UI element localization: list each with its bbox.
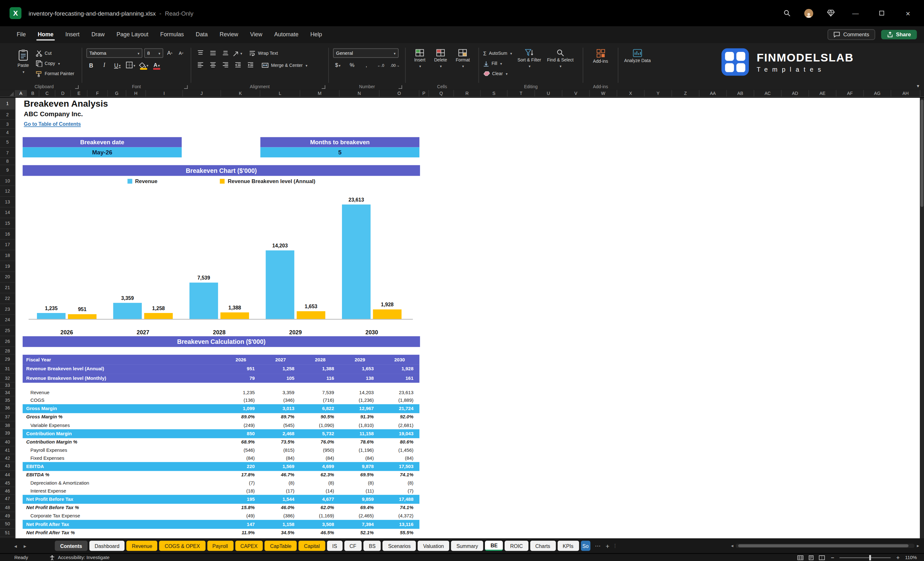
horizontal-scrollbar[interactable]: ◂ ▸: [731, 543, 919, 549]
calc-row-label[interactable]: Variable Expenses: [22, 423, 221, 428]
row-header-50[interactable]: 50: [0, 520, 15, 528]
column-header-m[interactable]: M: [300, 90, 339, 97]
chart-banner[interactable]: Breakeven Chart ($'000): [22, 165, 420, 176]
calc-row-label[interactable]: Payroll Expenses: [22, 448, 221, 453]
sheet-tab-bs[interactable]: BS: [364, 541, 381, 551]
calc-cell[interactable]: (4,372): [380, 513, 420, 519]
align-left-button[interactable]: [195, 60, 205, 70]
calc-cell[interactable]: 220: [221, 464, 261, 469]
calc-cell[interactable]: (8): [261, 480, 301, 486]
sheet-tab-contents[interactable]: Contents: [55, 541, 87, 551]
calc-cell[interactable]: (11): [340, 488, 380, 494]
calc-cell[interactable]: (136): [221, 398, 261, 403]
share-button[interactable]: Share: [881, 30, 916, 39]
row-header-49[interactable]: 49: [0, 512, 15, 520]
calc-row-label[interactable]: Fixed Expenses: [22, 456, 221, 461]
borders-button[interactable]: ▾: [126, 60, 135, 70]
calc-cell[interactable]: 9,878: [340, 464, 380, 469]
underline-button[interactable]: U▾: [113, 60, 122, 70]
horizontal-scrollbar-thumb[interactable]: [738, 544, 908, 547]
column-header-ac[interactable]: AC: [754, 90, 782, 97]
autosum-button[interactable]: Σ AutoSum▾: [483, 49, 512, 58]
calc-cell[interactable]: (84): [300, 456, 340, 461]
column-header-i[interactable]: I: [146, 90, 183, 97]
chart-bar-breakeven[interactable]: [68, 314, 96, 319]
calc-cell[interactable]: 4,699: [300, 464, 340, 469]
addins-button[interactable]: Add-ins: [593, 46, 608, 64]
calc-cell[interactable]: 3,359: [261, 390, 301, 396]
menu-tab-draw[interactable]: Draw: [86, 27, 111, 42]
align-right-button[interactable]: [220, 60, 230, 70]
calc-cell[interactable]: (84): [261, 456, 301, 461]
calc-cell[interactable]: (1,810): [340, 423, 380, 428]
row-header-1[interactable]: 1: [0, 98, 15, 110]
menu-tab-page-layout[interactable]: Page Layout: [111, 27, 154, 42]
calc-row-label[interactable]: COGS: [22, 398, 221, 403]
column-header-e[interactable]: E: [71, 90, 87, 97]
accounting-format-button[interactable]: $▾: [333, 60, 343, 70]
row-header-17[interactable]: 17: [0, 240, 15, 250]
column-header-l[interactable]: L: [261, 90, 300, 97]
chart-bar-revenue[interactable]: [189, 282, 218, 319]
calc-cell[interactable]: 19,043: [380, 431, 420, 436]
analyze-data-button[interactable]: Analyze Data: [622, 46, 652, 64]
sheet-tab-revenue[interactable]: Revenue: [126, 541, 157, 551]
column-header-z[interactable]: Z: [672, 90, 699, 97]
wrap-text-button[interactable]: Wrap Text: [249, 49, 278, 58]
calc-cell[interactable]: 195: [221, 496, 261, 502]
column-header-w[interactable]: W: [590, 90, 617, 97]
menu-tab-review[interactable]: Review: [214, 27, 244, 42]
scroll-right-arrow-icon[interactable]: ▸: [917, 543, 920, 549]
menu-tab-view[interactable]: View: [244, 27, 268, 42]
row-header-25[interactable]: 25: [0, 326, 15, 336]
sheet-tab-is[interactable]: IS: [327, 541, 343, 551]
row-header-44[interactable]: 44: [0, 471, 15, 479]
calc-cell[interactable]: 1,099: [221, 406, 261, 411]
calc-row-label[interactable]: Interest Expense: [22, 488, 221, 494]
calc-cell[interactable]: (7): [380, 488, 420, 494]
zoom-level[interactable]: 110%: [905, 555, 916, 560]
calc-cell[interactable]: 4,677: [300, 496, 340, 502]
column-header-x[interactable]: X: [617, 90, 645, 97]
chart-bar-breakeven[interactable]: [144, 313, 173, 319]
row-header-32[interactable]: 32: [0, 374, 15, 383]
worksheet-canvas[interactable]: Breakeven Analysis ABC Company Inc. Go t…: [16, 98, 920, 538]
row-header-23[interactable]: 23: [0, 304, 15, 315]
calc-cell[interactable]: 17,503: [380, 464, 420, 469]
avatar[interactable]: [804, 9, 813, 18]
menu-tab-file[interactable]: File: [11, 27, 32, 42]
breakeven-date-header[interactable]: Breakeven date: [22, 137, 182, 147]
close-button[interactable]: ×: [900, 7, 916, 20]
sheet-title[interactable]: Breakeven Analysis: [24, 98, 108, 109]
font-family-select[interactable]: Tahoma▾: [86, 48, 142, 58]
page-layout-view-icon[interactable]: [808, 555, 815, 560]
row-header-45[interactable]: 45: [0, 479, 15, 487]
calc-cell[interactable]: 76.0%: [300, 440, 340, 445]
sheet-tab-capital[interactable]: Capital: [298, 541, 325, 551]
calc-cell[interactable]: 74.1%: [380, 472, 420, 478]
calc-cell[interactable]: 91.3%: [340, 414, 380, 420]
calc-row-label[interactable]: Revenue Breakeven level (Monthly): [22, 375, 221, 381]
calc-cell[interactable]: (546): [221, 448, 261, 453]
calc-cell[interactable]: 1,569: [261, 464, 301, 469]
calc-cell[interactable]: 46.7%: [261, 472, 301, 478]
calc-year-header[interactable]: 2029: [340, 357, 380, 362]
row-header-15[interactable]: 15: [0, 218, 15, 229]
calc-cell[interactable]: 3,013: [261, 406, 301, 411]
company-name[interactable]: ABC Company Inc.: [24, 110, 83, 117]
calc-cell[interactable]: 116: [300, 375, 340, 381]
font-color-button[interactable]: A ▾: [152, 60, 161, 70]
calc-cell[interactable]: 11,158: [340, 431, 380, 436]
calc-year-header[interactable]: 2026: [221, 357, 261, 362]
calc-cell[interactable]: (8): [300, 480, 340, 486]
sheet-tab-roic[interactable]: ROIC: [505, 541, 528, 551]
calc-cell[interactable]: 1,388: [300, 366, 340, 372]
sheet-tab-captable[interactable]: CapTable: [265, 541, 297, 551]
table-of-contents-link[interactable]: Go to Table of Contents: [24, 121, 81, 127]
calc-cell[interactable]: 6,822: [300, 406, 340, 411]
column-header-v[interactable]: V: [562, 90, 590, 97]
column-header-ae[interactable]: AE: [809, 90, 837, 97]
calc-cell[interactable]: (1,889): [380, 398, 420, 403]
calc-cell[interactable]: 13,116: [380, 522, 420, 527]
copy-dropdown-icon[interactable]: ▾: [58, 62, 60, 66]
